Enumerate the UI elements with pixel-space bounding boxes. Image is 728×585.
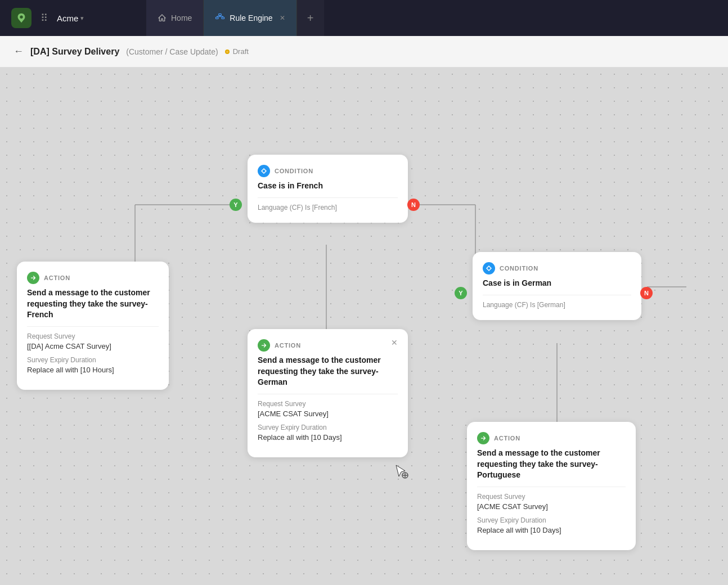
app-chevron-icon: ▾ (80, 15, 84, 22)
condition-french-field-label: Language (CF) Is [French] (258, 204, 398, 212)
svg-point-25 (402, 472, 408, 478)
tab-home[interactable]: Home (146, 0, 204, 36)
action-portuguese-field2-label: Survey Expiry Duration (477, 516, 626, 524)
action-french-field1-value: [[DA] Acme CSAT Survey] (27, 341, 159, 352)
condition-german-type: CONDITION (483, 262, 631, 274)
draft-badge: Draft (225, 47, 249, 56)
tabs-area: Home Rule Engine ✕ + (146, 0, 728, 36)
action-german-field1-value: [ACME CSAT Survey] (258, 409, 398, 419)
home-icon (158, 14, 167, 22)
action-portuguese-card[interactable]: ACTION Send a message to the customer re… (467, 422, 636, 550)
topbar-left: ⠿ Acme ▾ (0, 8, 146, 28)
badge-y-french: Y (230, 199, 242, 211)
app-name[interactable]: Acme ▾ (57, 14, 84, 23)
action-french-field2-value: Replace all with [10 Hours] (27, 365, 159, 375)
action-german-close-icon[interactable]: ✕ (389, 337, 400, 348)
card-type-label: CONDITION (258, 165, 398, 177)
svg-rect-1 (216, 17, 219, 19)
grid-icon[interactable]: ⠿ (41, 12, 48, 24)
action-german-title: Send a message to the customer requestin… (258, 355, 398, 388)
cursor-indicator (394, 464, 410, 480)
main-content: ← [DA] Survey Delivery (Customer / Case … (0, 36, 728, 585)
condition-french-card[interactable]: CONDITION Case is in French Language (CF… (248, 155, 408, 223)
action-icon-portuguese (477, 432, 489, 444)
badge-n-german: N (640, 287, 653, 299)
condition-icon (258, 165, 270, 177)
topbar: ⠿ Acme ▾ Home Rule Engine ✕ (0, 0, 728, 36)
svg-rect-2 (222, 17, 224, 19)
diagram-icon (215, 13, 225, 23)
tab-home-label: Home (171, 14, 192, 22)
page-subtitle: (Customer / Case Update) (126, 47, 218, 56)
action-icon-german (258, 339, 270, 352)
badge-n-french: N (407, 199, 420, 211)
condition-icon-german (483, 262, 495, 274)
action-german-card[interactable]: ✕ ACTION Send a message to the customer … (248, 329, 408, 457)
action-portuguese-field1-label: Request Survey (477, 493, 626, 501)
action-french-title: Send a message to the customer requestin… (27, 287, 159, 321)
action-portuguese-field2-value: Replace all with [10 Days] (477, 525, 626, 536)
condition-german-title: Case is in German (483, 278, 631, 289)
logo-icon (11, 8, 32, 28)
action-portuguese-title: Send a message to the customer requestin… (477, 448, 626, 481)
canvas[interactable]: CONDITION Case is in French Language (CF… (0, 68, 728, 585)
app-name-label: Acme (57, 14, 78, 23)
back-button[interactable]: ← (14, 46, 24, 57)
action-german-field1-label: Request Survey (258, 400, 398, 408)
badge-y-german: Y (455, 287, 467, 299)
action-french-field1-label: Request Survey (27, 332, 159, 340)
condition-german-card[interactable]: CONDITION Case is in German Language (CF… (473, 252, 641, 320)
condition-german-field-label: Language (CF) Is [German] (483, 301, 631, 309)
action-french-field2-label: Survey Expiry Duration (27, 356, 159, 364)
svg-rect-0 (219, 14, 222, 16)
tab-close-icon[interactable]: ✕ (280, 14, 285, 22)
action-german-field2-value: Replace all with [10 Days] (258, 433, 398, 443)
action-french-type: ACTION (27, 272, 159, 284)
action-portuguese-type: ACTION (477, 432, 626, 444)
action-german-type: ACTION (258, 339, 398, 352)
draft-label: Draft (233, 47, 249, 56)
tab-rule-engine[interactable]: Rule Engine ✕ (204, 0, 296, 36)
page-title: [DA] Survey Delivery (30, 47, 119, 57)
page-header: ← [DA] Survey Delivery (Customer / Case … (0, 36, 728, 68)
new-tab-button[interactable]: + (297, 0, 324, 36)
tab-rule-engine-label: Rule Engine (230, 14, 272, 22)
action-icon-french (27, 272, 39, 284)
condition-french-title: Case is in French (258, 181, 398, 192)
action-german-field2-label: Survey Expiry Duration (258, 424, 398, 431)
action-portuguese-field1-value: [ACME CSAT Survey] (477, 502, 626, 512)
action-french-card[interactable]: ACTION Send a message to the customer re… (17, 262, 169, 390)
draft-dot-icon (225, 50, 230, 54)
